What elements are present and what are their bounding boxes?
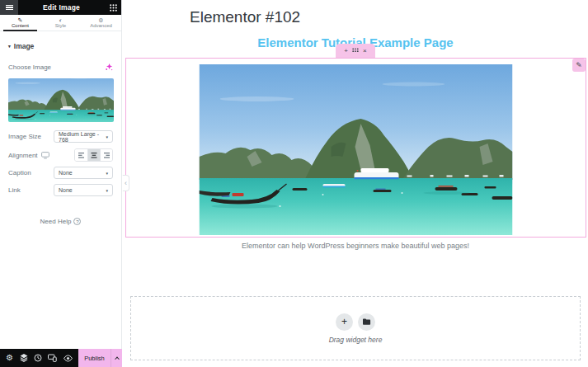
history-icon[interactable] — [34, 354, 42, 362]
tab-style[interactable]: ◐ Style — [40, 15, 81, 31]
delete-section-icon[interactable]: × — [363, 48, 367, 54]
align-left-button[interactable] — [75, 149, 87, 161]
publish-options-chevron[interactable] — [111, 349, 122, 367]
preview-eye-icon[interactable] — [64, 355, 73, 362]
page-title: Elementor #102 — [190, 8, 300, 26]
panel-footer-toolbar: ⚙ Publish — [0, 349, 122, 367]
selected-section[interactable] — [125, 58, 586, 238]
panel-collapse-handle[interactable]: ‹ — [122, 175, 129, 191]
tab-advanced[interactable]: ⚙ Advanced — [81, 15, 121, 31]
align-center-button[interactable] — [87, 149, 100, 161]
image-widget[interactable] — [199, 64, 513, 235]
drop-widget-area[interactable]: + Drag widget here — [130, 296, 581, 360]
caption-label: Caption — [8, 169, 31, 176]
chevron-down-icon: ▾ — [106, 188, 108, 193]
alignment-field: Alignment — [0, 148, 121, 162]
drag-handle-icon[interactable] — [352, 48, 359, 54]
image-size-field: Image Size Medium Large - 768 ▾ — [0, 130, 121, 143]
settings-icon[interactable]: ⚙ — [6, 354, 13, 362]
image-thumbnail-preview[interactable] — [8, 78, 114, 122]
tab-content-label: Content — [12, 23, 29, 28]
panel-header: Edit Image — [0, 0, 121, 15]
chevron-down-icon: ▾ — [106, 134, 108, 139]
align-right-button[interactable] — [100, 149, 112, 161]
section-handle[interactable]: + × — [336, 44, 375, 58]
folder-icon — [362, 318, 371, 326]
edit-widget-button[interactable]: ✎ — [572, 59, 586, 72]
caption-field: Caption None ▾ — [0, 167, 121, 179]
tab-advanced-label: Advanced — [90, 23, 112, 28]
add-section-icon[interactable]: + — [344, 48, 348, 54]
chevron-down-icon: ▾ — [106, 171, 108, 176]
chevron-down-icon: ▾ — [8, 44, 11, 49]
alignment-button-group — [74, 148, 113, 162]
help-icon: ? — [73, 218, 81, 225]
caption-select[interactable]: None ▾ — [54, 167, 113, 179]
choose-image-label: Choose Image — [8, 64, 51, 71]
pencil-icon: ✎ — [576, 61, 582, 69]
responsive-monitor-icon[interactable] — [41, 152, 49, 159]
image-section-title: Image — [14, 42, 35, 50]
elementor-panel: Edit Image ✎ Content ◐ Style ⚙ Advanced … — [0, 0, 122, 367]
tab-style-label: Style — [55, 23, 66, 28]
need-help-link[interactable]: Need Help ? — [0, 218, 121, 225]
hamburger-menu-icon[interactable] — [0, 0, 18, 15]
style-circle-icon: ◐ — [59, 17, 62, 24]
link-field: Link None ▾ — [0, 184, 121, 196]
panel-tabs: ✎ Content ◐ Style ⚙ Advanced — [0, 15, 121, 31]
publish-label: Publish — [78, 355, 111, 362]
gear-icon: ⚙ — [98, 17, 103, 24]
template-library-button[interactable] — [358, 313, 375, 331]
link-label: Link — [8, 186, 21, 194]
widgets-grid-icon[interactable] — [105, 0, 121, 15]
choose-image-row: Choose Image — [0, 63, 121, 71]
link-select[interactable]: None ▾ — [54, 184, 113, 196]
drop-area-label: Drag widget here — [329, 336, 383, 344]
editor-canvas: Elementor #102 Elementor Tutorial Exampl… — [123, 0, 588, 367]
image-section-header[interactable]: ▾ Image — [0, 31, 121, 50]
image-size-label: Image Size — [8, 133, 41, 140]
plus-icon: + — [341, 316, 347, 327]
navigator-icon[interactable] — [20, 354, 28, 362]
alignment-label: Alignment — [8, 152, 38, 159]
text-widget[interactable]: Elementor can help WordPress beginners m… — [123, 242, 588, 250]
image-size-select[interactable]: Medium Large - 768 ▾ — [54, 130, 113, 143]
ai-sparkle-icon[interactable] — [105, 63, 113, 71]
chevron-up-icon — [115, 357, 120, 362]
add-widget-button[interactable]: + — [336, 313, 353, 331]
need-help-label: Need Help — [40, 218, 72, 225]
image-size-value: Medium Large - 768 — [59, 131, 106, 143]
caption-value: None — [59, 170, 73, 176]
publish-button[interactable]: Publish — [78, 349, 122, 367]
panel-title: Edit Image — [18, 3, 105, 12]
chevron-left-icon: ‹ — [125, 179, 127, 187]
link-value: None — [59, 187, 73, 193]
tab-content[interactable]: ✎ Content — [0, 15, 40, 31]
pencil-icon: ✎ — [18, 17, 23, 24]
responsive-mode-icon[interactable] — [48, 354, 57, 362]
